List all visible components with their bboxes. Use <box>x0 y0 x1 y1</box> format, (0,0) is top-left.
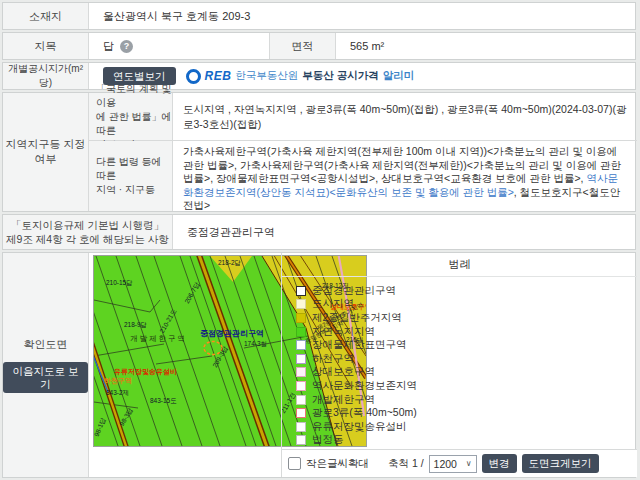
legend-item-label: 도시지역 <box>312 297 354 311</box>
scale-prefix: 축척 1 / <box>388 457 424 471</box>
row-category: 지목 답 ? 면적 565 m² <box>2 32 636 60</box>
legend-swatch <box>296 340 306 350</box>
location-value: 울산광역시 북구 호계동 209-3 <box>89 3 637 29</box>
legend-item: 자연녹지지역 <box>296 325 637 339</box>
legend-item-label: 자연녹지지역 <box>312 325 375 339</box>
legend-item-label: 광로3류(폭 40m~50m) <box>312 406 417 420</box>
small-text-checkbox[interactable] <box>288 457 301 470</box>
legend-swatch <box>296 367 306 377</box>
legend-title: 범례 <box>282 253 637 277</box>
legend-item-label: 유류저장및송유설비 <box>312 420 407 434</box>
legend-panel: 범례 중점경관관리구역도시지역제2종일반주거지역자연녹지지역장애물제한표면구역하… <box>281 253 637 477</box>
legend-swatch <box>296 422 306 432</box>
other-law-text-1: 가축사육제한구역(가축사육 제한지역(전부제한 100m 이내 지역))<가축분… <box>183 145 621 184</box>
scale-value: 1200 <box>434 458 457 470</box>
legend-item-label: 상대보호구역 <box>312 365 375 379</box>
help-icon[interactable]: ? <box>120 40 133 53</box>
enlarge-map-button[interactable]: 도면크게보기 <box>522 454 599 473</box>
row-zoning: 지역지구등 지정여부 「국토의 계획 및 이용 에 관한 법률」에 따른 지역 … <box>2 92 636 212</box>
legend-item-label: 장애물제한표면구역 <box>312 338 407 352</box>
category-value: 답 ? <box>89 33 269 59</box>
reb-service-text: 부동산 공시가격 <box>302 69 378 83</box>
map-label: 중점경관관리구역 <box>200 329 264 338</box>
legend-item-label: 중점경관관리구역 <box>312 284 396 298</box>
row-regulation: 「토지이용규제 기본법 시행령」 제9조 제4항 각 호에 해당되는 사항 중점… <box>2 214 636 250</box>
legend-swatch <box>296 408 306 418</box>
regulation-value: 중점경관관리구역 <box>173 215 637 249</box>
legend-swatch <box>296 286 306 296</box>
legend-swatch <box>296 395 306 405</box>
legend-swatch <box>296 354 306 364</box>
chevron-down-icon: ∨ <box>466 459 472 468</box>
reb-org-text: 한국부동산원 <box>235 69 298 83</box>
map-section-label: 확인도면 <box>24 337 68 352</box>
change-scale-button[interactable]: 변경 <box>482 454 517 473</box>
legend-item: 법정동 <box>296 434 637 448</box>
legend-items: 중점경관관리구역도시지역제2종일반주거지역자연녹지지역장애물제한표면구역하천구역… <box>282 277 637 447</box>
area-value: 565 m² <box>336 33 637 59</box>
national-law-label: 「국토의 계획 및 이용 에 관한 법률」에 따른 지역 · 지구등 <box>89 93 173 141</box>
legend-item: 장애물제한표면구역 <box>296 338 637 352</box>
map-label: 개발제한구역 <box>130 334 187 343</box>
map-label: 유류저장및송유설비 <box>114 368 177 376</box>
legend-swatch <box>296 313 306 323</box>
national-law-value: 도시지역 , 자연녹지지역 , 광로3류(폭 40m~50m)(접합) , 광로… <box>173 93 637 141</box>
other-law-value: 가축사육제한구역(가축사육 제한지역(전부제한 100m 이내 지역))<가축분… <box>173 141 637 211</box>
reb-link[interactable]: REB 한국부동산원 부동산 공시가격 알리미 <box>186 69 415 84</box>
map-label: 하천구역 <box>103 377 132 385</box>
row-map: 확인도면 이음지도로 보기 <box>2 252 636 478</box>
map-label: 843-15도 <box>150 397 177 404</box>
legend-item: 개발제한구역 <box>296 393 637 407</box>
map-controls-bar: 작은글씨확대 축척 1 / 1200 ∨ 변경 도면크게보기 <box>282 449 637 477</box>
legend-swatch <box>296 299 306 309</box>
map-label: 174-3철 <box>244 340 267 347</box>
legend-item-label: 개발제한구역 <box>312 393 375 407</box>
reb-logo-text: REB <box>205 69 232 83</box>
location-label: 소재지 <box>3 3 89 29</box>
legend-swatch <box>296 435 306 445</box>
legend-item: 도시지역 <box>296 298 637 312</box>
map-label: 218-9답 <box>124 321 147 328</box>
legend-swatch <box>296 327 306 337</box>
legend-item: 유류저장및송유설비 <box>296 420 637 434</box>
regulation-label: 「토지이용규제 기본법 시행령」 제9조 제4항 각 호에 해당되는 사항 <box>3 215 173 249</box>
zoning-label: 지역지구등 지정여부 <box>3 93 89 211</box>
map-label-cell: 확인도면 이음지도로 보기 <box>3 253 89 477</box>
legend-item: 상대보호구역 <box>296 366 637 380</box>
legend-item: 제2종일반주거지역 <box>296 311 637 325</box>
legend-item: 하천구역 <box>296 352 637 366</box>
legend-item: 광로3류(폭 40m~50m) <box>296 406 637 420</box>
legend-item: 역사문화환경보존지역 <box>296 379 637 393</box>
scale-select[interactable]: 1200 ∨ <box>429 455 477 473</box>
map-label: 210-15답 <box>106 279 133 286</box>
price-label: 개별공시지가(m²당) <box>3 63 89 89</box>
eum-map-button[interactable]: 이음지도로 보기 <box>3 362 88 393</box>
category-value-text: 답 <box>103 39 114 54</box>
legend-item: 중점경관관리구역 <box>296 284 637 298</box>
category-label: 지목 <box>3 33 89 59</box>
legend-item-label: 제2종일반주거지역 <box>312 311 402 325</box>
other-law-label: 다른 법령 등에 따른 지역 · 지구등 <box>89 141 173 211</box>
area-label: 면적 <box>269 33 336 59</box>
reb-suffix-text: 알리미 <box>383 69 415 83</box>
legend-item-label: 역사문화환경보존지역 <box>312 379 417 393</box>
legend-item-label: 하천구역 <box>312 352 354 366</box>
map-label: 218-2답 <box>218 259 241 266</box>
legend-swatch <box>296 381 306 391</box>
map-label: 843-2제 <box>106 389 129 396</box>
land-use-document: 소재지 울산광역시 북구 호계동 209-3 지목 답 ? 면적 565 m² … <box>2 2 638 478</box>
row-location: 소재지 울산광역시 북구 호계동 209-3 <box>2 2 636 30</box>
legend-item-label: 법정동 <box>312 433 344 447</box>
small-text-label: 작은글씨확대 <box>306 457 369 471</box>
reb-logo-icon <box>186 69 201 84</box>
